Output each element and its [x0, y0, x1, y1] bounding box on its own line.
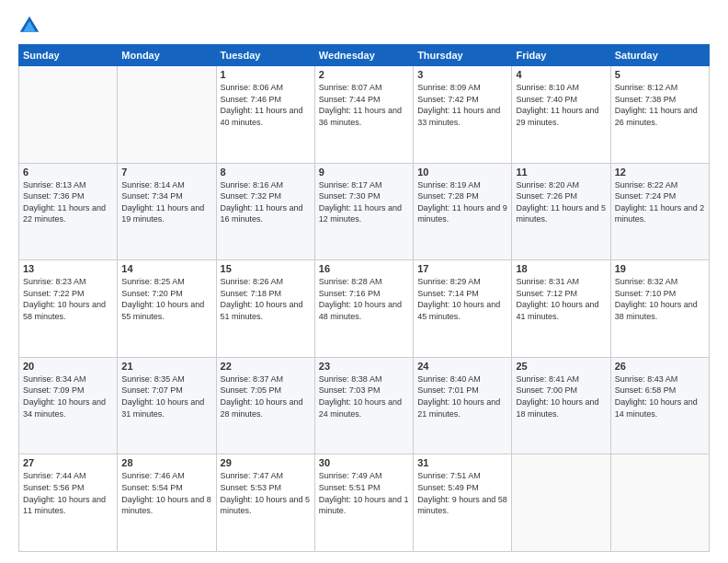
day-number: 29	[221, 457, 311, 468]
calendar-cell: 3Sunrise: 8:09 AM Sunset: 7:42 PM Daylig…	[414, 66, 512, 164]
weekday-header: Saturday	[610, 45, 709, 66]
day-number: 12	[615, 167, 705, 178]
calendar-cell: 18Sunrise: 8:31 AM Sunset: 7:12 PM Dayli…	[512, 260, 610, 358]
page: SundayMondayTuesdayWednesdayThursdayFrid…	[0, 0, 728, 563]
day-info: Sunrise: 8:34 AM Sunset: 7:09 PM Dayligh…	[23, 373, 113, 419]
calendar-cell: 4Sunrise: 8:10 AM Sunset: 7:40 PM Daylig…	[512, 66, 610, 164]
calendar-cell: 25Sunrise: 8:41 AM Sunset: 7:00 PM Dayli…	[512, 357, 610, 454]
day-number: 13	[23, 263, 113, 274]
calendar-cell: 29Sunrise: 7:47 AM Sunset: 5:53 PM Dayli…	[216, 454, 314, 552]
day-info: Sunrise: 8:29 AM Sunset: 7:14 PM Dayligh…	[417, 276, 507, 322]
calendar-cell: 22Sunrise: 8:37 AM Sunset: 7:05 PM Dayli…	[216, 357, 314, 454]
day-info: Sunrise: 8:17 AM Sunset: 7:30 PM Dayligh…	[319, 179, 409, 225]
calendar-cell: 23Sunrise: 8:38 AM Sunset: 7:03 PM Dayli…	[314, 357, 413, 454]
calendar-cell: 5Sunrise: 8:12 AM Sunset: 7:38 PM Daylig…	[610, 66, 709, 164]
calendar-cell: 17Sunrise: 8:29 AM Sunset: 7:14 PM Dayli…	[414, 260, 512, 358]
day-number: 8	[221, 167, 311, 178]
calendar-cell	[118, 66, 216, 164]
day-info: Sunrise: 8:13 AM Sunset: 7:36 PM Dayligh…	[23, 179, 113, 225]
calendar-cell: 9Sunrise: 8:17 AM Sunset: 7:30 PM Daylig…	[314, 163, 413, 260]
logo-icon	[18, 15, 40, 37]
weekday-header: Wednesday	[314, 45, 413, 66]
calendar-cell: 24Sunrise: 8:40 AM Sunset: 7:01 PM Dayli…	[414, 357, 512, 454]
day-number: 26	[615, 361, 705, 372]
calendar-cell: 16Sunrise: 8:28 AM Sunset: 7:16 PM Dayli…	[314, 260, 413, 358]
day-number: 27	[23, 457, 113, 468]
day-number: 16	[319, 263, 409, 274]
day-number: 18	[516, 263, 606, 274]
weekday-header-row: SundayMondayTuesdayWednesdayThursdayFrid…	[19, 45, 710, 66]
day-number: 20	[23, 361, 113, 372]
day-number: 2	[319, 69, 409, 80]
calendar-cell	[610, 454, 709, 552]
day-info: Sunrise: 8:20 AM Sunset: 7:26 PM Dayligh…	[516, 179, 606, 225]
calendar-cell: 28Sunrise: 7:46 AM Sunset: 5:54 PM Dayli…	[118, 454, 216, 552]
day-number: 15	[221, 263, 311, 274]
day-number: 4	[516, 69, 606, 80]
day-number: 5	[615, 69, 705, 80]
calendar-cell: 1Sunrise: 8:06 AM Sunset: 7:46 PM Daylig…	[216, 66, 314, 164]
day-info: Sunrise: 7:51 AM Sunset: 5:49 PM Dayligh…	[417, 470, 507, 516]
day-number: 19	[615, 263, 705, 274]
day-number: 31	[417, 457, 507, 468]
calendar-cell: 27Sunrise: 7:44 AM Sunset: 5:56 PM Dayli…	[19, 454, 118, 552]
day-number: 1	[221, 69, 311, 80]
day-number: 7	[121, 167, 211, 178]
day-info: Sunrise: 8:35 AM Sunset: 7:07 PM Dayligh…	[121, 373, 211, 419]
day-info: Sunrise: 8:26 AM Sunset: 7:18 PM Dayligh…	[221, 276, 311, 322]
weekday-header: Thursday	[414, 45, 512, 66]
day-info: Sunrise: 8:43 AM Sunset: 6:58 PM Dayligh…	[615, 373, 705, 419]
calendar-cell: 21Sunrise: 8:35 AM Sunset: 7:07 PM Dayli…	[118, 357, 216, 454]
day-info: Sunrise: 7:46 AM Sunset: 5:54 PM Dayligh…	[121, 470, 211, 516]
day-number: 22	[221, 361, 311, 372]
day-number: 14	[121, 263, 211, 274]
day-info: Sunrise: 8:40 AM Sunset: 7:01 PM Dayligh…	[417, 373, 507, 419]
day-info: Sunrise: 8:14 AM Sunset: 7:34 PM Dayligh…	[121, 179, 211, 225]
calendar-cell	[512, 454, 610, 552]
day-number: 23	[319, 361, 409, 372]
day-info: Sunrise: 7:44 AM Sunset: 5:56 PM Dayligh…	[23, 470, 113, 516]
calendar-week-row: 13Sunrise: 8:23 AM Sunset: 7:22 PM Dayli…	[19, 260, 710, 358]
calendar-cell: 30Sunrise: 7:49 AM Sunset: 5:51 PM Dayli…	[314, 454, 413, 552]
calendar-cell: 12Sunrise: 8:22 AM Sunset: 7:24 PM Dayli…	[610, 163, 709, 260]
header	[18, 15, 710, 37]
day-info: Sunrise: 8:37 AM Sunset: 7:05 PM Dayligh…	[221, 373, 311, 419]
day-info: Sunrise: 8:41 AM Sunset: 7:00 PM Dayligh…	[516, 373, 606, 419]
weekday-header: Monday	[118, 45, 216, 66]
calendar-cell: 31Sunrise: 7:51 AM Sunset: 5:49 PM Dayli…	[414, 454, 512, 552]
calendar-table: SundayMondayTuesdayWednesdayThursdayFrid…	[18, 44, 710, 552]
day-number: 6	[23, 167, 113, 178]
day-info: Sunrise: 8:10 AM Sunset: 7:40 PM Dayligh…	[516, 82, 606, 128]
calendar-cell: 20Sunrise: 8:34 AM Sunset: 7:09 PM Dayli…	[19, 357, 118, 454]
calendar-cell: 26Sunrise: 8:43 AM Sunset: 6:58 PM Dayli…	[610, 357, 709, 454]
calendar-cell: 7Sunrise: 8:14 AM Sunset: 7:34 PM Daylig…	[118, 163, 216, 260]
weekday-header: Tuesday	[216, 45, 314, 66]
weekday-header: Friday	[512, 45, 610, 66]
calendar-cell: 6Sunrise: 8:13 AM Sunset: 7:36 PM Daylig…	[19, 163, 118, 260]
logo	[18, 15, 44, 37]
calendar-cell: 8Sunrise: 8:16 AM Sunset: 7:32 PM Daylig…	[216, 163, 314, 260]
day-number: 24	[417, 361, 507, 372]
calendar-week-row: 20Sunrise: 8:34 AM Sunset: 7:09 PM Dayli…	[19, 357, 710, 454]
day-info: Sunrise: 8:09 AM Sunset: 7:42 PM Dayligh…	[417, 82, 507, 128]
day-number: 25	[516, 361, 606, 372]
day-info: Sunrise: 8:22 AM Sunset: 7:24 PM Dayligh…	[615, 179, 705, 225]
calendar-week-row: 1Sunrise: 8:06 AM Sunset: 7:46 PM Daylig…	[19, 66, 710, 164]
day-info: Sunrise: 8:19 AM Sunset: 7:28 PM Dayligh…	[417, 179, 507, 225]
day-info: Sunrise: 8:38 AM Sunset: 7:03 PM Dayligh…	[319, 373, 409, 419]
calendar-week-row: 27Sunrise: 7:44 AM Sunset: 5:56 PM Dayli…	[19, 454, 710, 552]
day-info: Sunrise: 8:16 AM Sunset: 7:32 PM Dayligh…	[221, 179, 311, 225]
day-number: 3	[417, 69, 507, 80]
day-info: Sunrise: 7:49 AM Sunset: 5:51 PM Dayligh…	[319, 470, 409, 516]
calendar-cell: 14Sunrise: 8:25 AM Sunset: 7:20 PM Dayli…	[118, 260, 216, 358]
day-number: 10	[417, 167, 507, 178]
day-number: 11	[516, 167, 606, 178]
day-number: 21	[121, 361, 211, 372]
day-number: 30	[319, 457, 409, 468]
day-info: Sunrise: 8:25 AM Sunset: 7:20 PM Dayligh…	[121, 276, 211, 322]
day-info: Sunrise: 8:12 AM Sunset: 7:38 PM Dayligh…	[615, 82, 705, 128]
calendar-cell: 11Sunrise: 8:20 AM Sunset: 7:26 PM Dayli…	[512, 163, 610, 260]
day-number: 17	[417, 263, 507, 274]
day-info: Sunrise: 8:07 AM Sunset: 7:44 PM Dayligh…	[319, 82, 409, 128]
calendar-cell: 2Sunrise: 8:07 AM Sunset: 7:44 PM Daylig…	[314, 66, 413, 164]
